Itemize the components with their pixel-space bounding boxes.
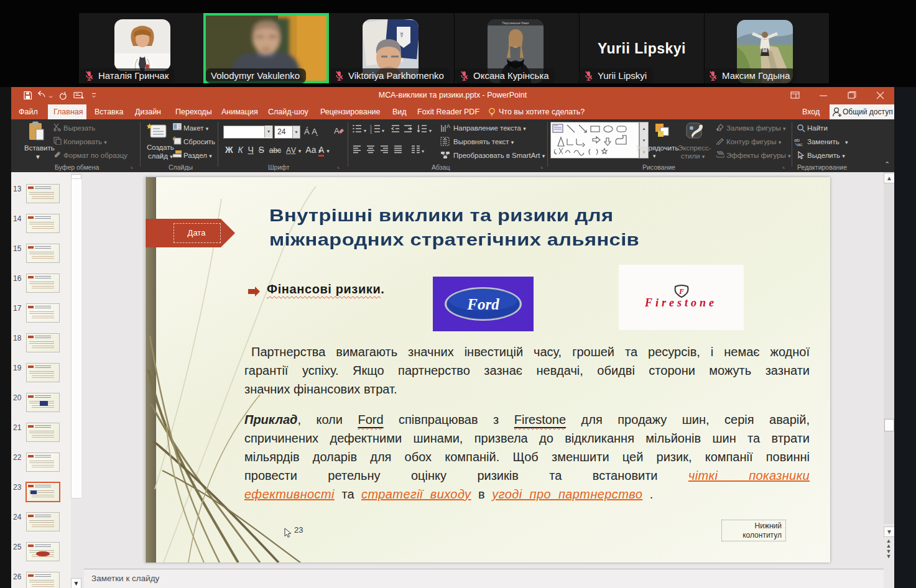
svg-text:Персональні біжки: Персональні біжки [502,21,529,25]
svg-text:F: F [678,287,684,296]
svg-text:ac: ac [797,142,802,146]
svg-text:Ford: Ford [466,296,499,313]
svg-text:А: А [334,126,340,136]
svg-text:☿: ☿ [399,30,405,40]
svg-text:▾: ▾ [429,128,432,134]
svg-text:▾: ▾ [364,128,366,134]
svg-text:▾: ▾ [422,149,424,154]
svg-text:A: A [446,123,450,129]
svg-text:3: 3 [370,131,372,134]
svg-text:▾: ▾ [382,128,384,134]
svg-text:Firestone: Firestone [644,296,717,309]
